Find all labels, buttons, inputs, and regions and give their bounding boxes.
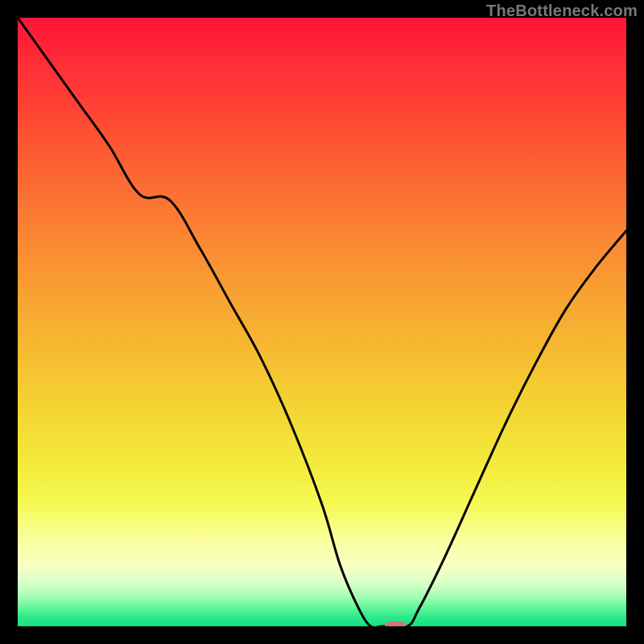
- optimal-marker: [385, 621, 406, 626]
- curve-svg: [18, 18, 626, 626]
- chart-frame: TheBottleneck.com: [0, 0, 644, 644]
- watermark-text: TheBottleneck.com: [486, 2, 638, 20]
- plot-area: [18, 18, 626, 626]
- bottleneck-curve-path: [18, 18, 626, 626]
